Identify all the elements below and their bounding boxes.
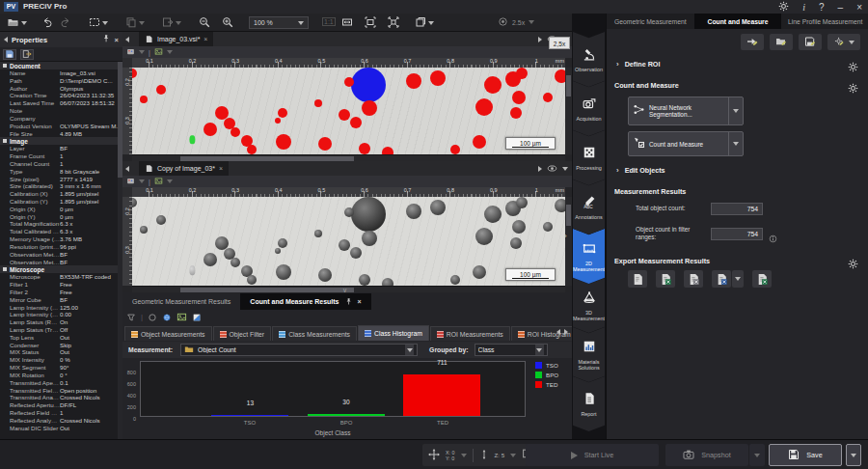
- snapshot-button[interactable]: Snapshot: [665, 444, 748, 466]
- zoom-level-dropdown[interactable]: 100 %: [249, 16, 309, 29]
- save-button[interactable]: Save: [769, 444, 842, 466]
- image-layer-icon[interactable]: [154, 47, 163, 57]
- property-row[interactable]: Reflected Field Stop1: [0, 409, 118, 417]
- save-settings-button[interactable]: [799, 34, 822, 50]
- zoom-in-button[interactable]: [220, 15, 235, 30]
- properties-section-header[interactable]: Microscope: [0, 265, 118, 273]
- tab-scroll-left-icon[interactable]: [125, 37, 129, 42]
- circle-select-icon[interactable]: [148, 309, 157, 326]
- vertical-scrollbar[interactable]: [565, 68, 572, 154]
- splitter-collapse-icon[interactable]: ∨: [342, 287, 347, 294]
- export-doc-button[interactable]: [712, 270, 731, 288]
- measurement-tab-line-profile-measurement[interactable]: Line Profile Measurement: [781, 14, 868, 29]
- tab-scroll-right-icon[interactable]: [538, 37, 542, 42]
- overlay-style-icon[interactable]: [126, 47, 135, 57]
- results-subtab[interactable]: ROI Measurements: [430, 326, 510, 341]
- settings-gear-icon[interactable]: [778, 1, 789, 14]
- overlay-style-dropdown-icon[interactable]: [139, 179, 145, 183]
- property-row[interactable]: PathD:\Temp\DEMO C...: [0, 77, 118, 85]
- rail-collapse-handle[interactable]: ›: [564, 232, 567, 240]
- property-row[interactable]: Size (pixel)2777 x 1419: [0, 176, 118, 183]
- horizontal-scrollbar[interactable]: [132, 286, 565, 292]
- save-options-button[interactable]: [846, 444, 861, 466]
- edit-objects-section[interactable]: › Edit Objects: [616, 166, 665, 175]
- nav-item-3d-measurement[interactable]: 3D Measurement: [573, 278, 605, 333]
- export-excel-button[interactable]: [656, 270, 675, 288]
- property-row[interactable]: Company: [0, 115, 118, 123]
- close-panel-icon[interactable]: ×: [115, 36, 119, 44]
- property-row[interactable]: MIX Segment90°: [0, 364, 118, 372]
- property-row[interactable]: MIX Intensity0 %: [0, 356, 118, 364]
- overlay-style-icon[interactable]: [126, 177, 135, 186]
- property-row[interactable]: Frame Count1: [0, 152, 118, 160]
- image-layer-dropdown-icon[interactable]: [167, 179, 173, 183]
- sphere-icon[interactable]: [162, 309, 172, 326]
- nav-item-annotations[interactable]: ABCAnnotations: [573, 179, 605, 234]
- property-row[interactable]: Origin (X)0 µm: [0, 206, 118, 213]
- property-row[interactable]: Lamp Intensity (Refle...125.00: [0, 304, 118, 312]
- count-and-measure-button[interactable]: Count and Measure: [628, 131, 744, 156]
- grouped-by-dropdown[interactable]: Class: [475, 344, 548, 356]
- undo-button[interactable]: [39, 15, 54, 30]
- split-view-icon[interactable]: [192, 309, 202, 326]
- property-row[interactable]: Channel Count1: [0, 160, 118, 168]
- copy-button[interactable]: [123, 15, 147, 30]
- property-row[interactable]: Lamp Status (Reflect...On: [0, 318, 118, 326]
- property-row[interactable]: Filter 2Free: [0, 289, 118, 296]
- scrollbar-thumb[interactable]: [566, 205, 571, 226]
- actual-size-button[interactable]: 1:1: [322, 17, 336, 26]
- nav-item-observation[interactable]: Observation: [573, 32, 605, 87]
- property-row[interactable]: File Size4.89 MB: [0, 130, 118, 138]
- xy-dropdown-icon[interactable]: [461, 454, 467, 457]
- image-overlay-icon[interactable]: [176, 309, 187, 326]
- z-dropdown-icon[interactable]: [510, 454, 516, 457]
- help-icon[interactable]: ?: [819, 2, 825, 13]
- property-row[interactable]: Filter 1Free: [0, 281, 118, 289]
- microscopy-image[interactable]: 100 µm: [132, 197, 565, 286]
- tab-scroll-left-icon[interactable]: [125, 166, 129, 172]
- expand-view-button[interactable]: [386, 15, 401, 30]
- define-roi-gear-icon[interactable]: [848, 59, 858, 69]
- measurement-tab-count-and-measure[interactable]: Count and Measure: [694, 14, 782, 29]
- tab-scroll-right-icon[interactable]: [538, 166, 542, 172]
- export-csv-button[interactable]: [684, 270, 703, 288]
- zoom-out-button[interactable]: [197, 15, 212, 30]
- property-row[interactable]: Transmitted Analyzer...Crossed Nicols: [0, 394, 118, 401]
- property-row[interactable]: Total Calibrated Mag...6.3 x: [0, 228, 118, 235]
- property-row[interactable]: Creation Time26/04/2023 11:32:35: [0, 92, 118, 99]
- fit-screen-button[interactable]: [363, 15, 378, 30]
- property-row[interactable]: Transmitted Field StopOpen position: [0, 387, 118, 395]
- property-row[interactable]: Observation Method ...BF: [0, 259, 118, 266]
- nav-item-report[interactable]: Report: [573, 376, 605, 431]
- count-measure-gear-icon[interactable]: [848, 80, 858, 91]
- send-to-results-button[interactable]: [741, 34, 764, 50]
- layout-button[interactable]: [413, 15, 436, 30]
- export-doc-dropdown-button[interactable]: [732, 270, 744, 288]
- export-report-button[interactable]: [628, 270, 647, 288]
- close-icon[interactable]: ×: [856, 2, 862, 13]
- property-row[interactable]: Lamp Intensity (Trans...0.00: [0, 311, 118, 318]
- properties-section-header[interactable]: Image: [0, 137, 118, 145]
- nav-item-processing[interactable]: Processing: [573, 130, 605, 185]
- filter-icon[interactable]: [126, 309, 136, 326]
- collapse-panel-icon[interactable]: [4, 37, 8, 42]
- property-row[interactable]: MicroscopeBX53M-TRF coded: [0, 273, 118, 281]
- define-roi-section[interactable]: › Define ROI: [616, 60, 660, 69]
- nav-item-2d-measurement[interactable]: 2D Measurement: [573, 229, 605, 284]
- image-layer-dropdown-icon[interactable]: [167, 50, 173, 54]
- property-row[interactable]: Top LensOut: [0, 334, 118, 342]
- property-row[interactable]: Note: [0, 107, 118, 115]
- property-row[interactable]: CondenserSkip: [0, 342, 118, 349]
- export-gear-icon[interactable]: [848, 256, 858, 266]
- property-row[interactable]: Reflected Aperture St...DF/FL: [0, 401, 118, 409]
- property-row[interactable]: Resolution (printing)96 ppi: [0, 243, 118, 251]
- property-row[interactable]: NameImage_03.vsi: [0, 69, 118, 77]
- start-live-button[interactable]: Start Live: [526, 444, 659, 466]
- property-row[interactable]: Observation MethodBF: [0, 251, 118, 259]
- property-row[interactable]: Total Magnification6.3 x: [0, 220, 118, 228]
- results-subtab[interactable]: Object Measurements: [124, 326, 212, 341]
- viewer-tab[interactable]: Copy of Image_03*×: [139, 161, 229, 176]
- property-row[interactable]: Calibration (Y)1.895 µm/pixel: [0, 198, 118, 206]
- nn-dropdown-icon[interactable]: [728, 97, 743, 124]
- measurement-dropdown[interactable]: Object Count: [180, 344, 418, 356]
